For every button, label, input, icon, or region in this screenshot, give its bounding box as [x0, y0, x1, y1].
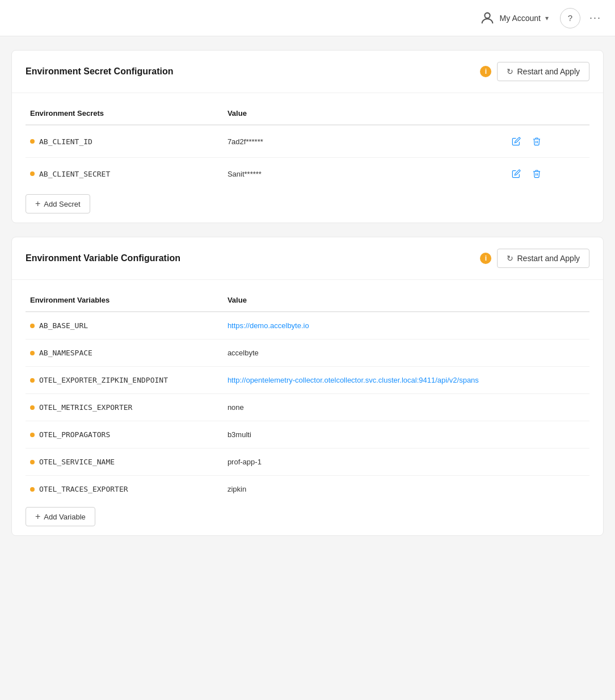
chevron-down-icon: ▾	[545, 14, 549, 22]
my-account-button[interactable]: My Account ▾	[473, 6, 555, 31]
help-button[interactable]: ?	[560, 8, 580, 28]
table-row: AB_NAMESPACE accelbyte	[26, 339, 589, 367]
add-secret-button[interactable]: + Add Secret	[26, 194, 90, 213]
edit-secret-button-1[interactable]	[509, 167, 523, 181]
table-row: OTEL_EXPORTER_ZIPKIN_ENDPOINT http://ope…	[26, 367, 589, 394]
variable-col3-header	[505, 289, 589, 312]
account-label: My Account	[500, 14, 541, 23]
secret-restart-button[interactable]: ↻ Restart and Apply	[497, 62, 589, 81]
plus-icon-2: +	[35, 512, 40, 521]
secret-name-0: AB_CLIENT_ID	[30, 137, 218, 146]
variable-value-1: accelbyte	[228, 349, 259, 357]
variable-name-3: OTEL_METRICS_EXPORTER	[30, 403, 218, 412]
variable-name-0: AB_BASE_URL	[30, 321, 218, 330]
secret-table-container: Environment Secrets Value AB_CLIENT_ID 7…	[12, 93, 603, 223]
variable-table-container: Environment Variables Value AB_BASE_URL …	[12, 280, 603, 535]
variable-name-6: OTEL_TRACES_EXPORTER	[30, 485, 218, 493]
variable-value-0: https://demo.accelbyte.io	[228, 321, 309, 330]
variable-config-card: Environment Variable Configuration i ↻ R…	[11, 237, 604, 536]
secret-config-title: Environment Secret Configuration	[26, 66, 173, 77]
dot-icon	[30, 460, 35, 464]
secret-actions-1	[509, 167, 585, 181]
table-row: OTEL_TRACES_EXPORTER zipkin	[26, 476, 589, 503]
secret-config-header: Environment Secret Configuration i ↻ Res…	[12, 51, 603, 93]
table-row: OTEL_METRICS_EXPORTER none	[26, 394, 589, 421]
secret-value-0: 7ad2f******	[223, 125, 505, 158]
dot-icon	[30, 351, 35, 355]
variable-header-actions: i ↻ Restart and Apply	[480, 249, 589, 268]
dot-icon	[30, 487, 35, 492]
dot-icon	[30, 378, 35, 383]
edit-secret-button-0[interactable]	[509, 135, 523, 148]
svg-point-0	[485, 12, 490, 18]
variable-value-2: http://opentelemetry-collector.otelcolle…	[228, 376, 479, 384]
main-content: Environment Secret Configuration i ↻ Res…	[0, 36, 615, 550]
variable-value-4: b3multi	[228, 430, 251, 439]
variable-info-icon[interactable]: i	[480, 253, 491, 264]
more-options-button[interactable]: ···	[585, 10, 606, 26]
dot-icon	[30, 405, 35, 410]
secret-config-card: Environment Secret Configuration i ↻ Res…	[11, 50, 604, 223]
pencil-icon	[512, 137, 521, 146]
dot-icon	[30, 171, 35, 176]
header: My Account ▾ ? ···	[0, 0, 615, 36]
dot-icon	[30, 139, 35, 144]
table-row: AB_CLIENT_SECRET Sanit******	[26, 158, 589, 190]
variable-value-3: none	[228, 403, 244, 412]
variable-config-header: Environment Variable Configuration i ↻ R…	[12, 237, 603, 280]
secret-actions-0	[509, 135, 585, 148]
table-row: OTEL_SERVICE_NAME prof-app-1	[26, 448, 589, 476]
variable-col1-header: Environment Variables	[26, 289, 223, 312]
dot-icon	[30, 324, 35, 328]
pencil-icon	[512, 169, 521, 178]
delete-secret-button-1[interactable]	[530, 167, 544, 181]
secret-table: Environment Secrets Value AB_CLIENT_ID 7…	[26, 102, 589, 190]
trash-icon	[532, 169, 541, 178]
secret-value-1: Sanit******	[223, 158, 505, 190]
secret-col3-header	[505, 102, 589, 125]
secret-col1-header: Environment Secrets	[26, 102, 223, 125]
table-row: AB_CLIENT_ID 7ad2f******	[26, 125, 589, 158]
help-icon: ?	[568, 13, 572, 23]
delete-secret-button-0[interactable]	[530, 135, 544, 148]
variable-value-6: zipkin	[228, 485, 246, 493]
secret-col2-header: Value	[223, 102, 505, 125]
trash-icon	[532, 137, 541, 146]
secret-info-icon[interactable]: i	[480, 66, 491, 77]
add-variable-button[interactable]: + Add Variable	[26, 507, 95, 526]
plus-icon: +	[35, 199, 40, 208]
variable-name-1: AB_NAMESPACE	[30, 349, 218, 357]
variable-name-2: OTEL_EXPORTER_ZIPKIN_ENDPOINT	[30, 376, 218, 384]
dot-icon	[30, 433, 35, 437]
table-row: AB_BASE_URL https://demo.accelbyte.io	[26, 312, 589, 339]
variable-col2-header: Value	[223, 289, 505, 312]
variable-config-title: Environment Variable Configuration	[26, 253, 180, 263]
user-icon	[479, 10, 495, 26]
restart-icon: ↻	[507, 67, 513, 76]
secret-name-1: AB_CLIENT_SECRET	[30, 170, 218, 178]
restart-icon-2: ↻	[507, 254, 513, 263]
variable-name-5: OTEL_SERVICE_NAME	[30, 458, 218, 466]
variable-value-5: prof-app-1	[228, 458, 262, 466]
secret-header-actions: i ↻ Restart and Apply	[480, 62, 589, 81]
more-icon: ···	[589, 12, 601, 23]
variable-restart-button[interactable]: ↻ Restart and Apply	[497, 249, 589, 268]
variable-name-4: OTEL_PROPAGATORS	[30, 430, 218, 439]
variable-table: Environment Variables Value AB_BASE_URL …	[26, 289, 589, 502]
table-row: OTEL_PROPAGATORS b3multi	[26, 421, 589, 448]
